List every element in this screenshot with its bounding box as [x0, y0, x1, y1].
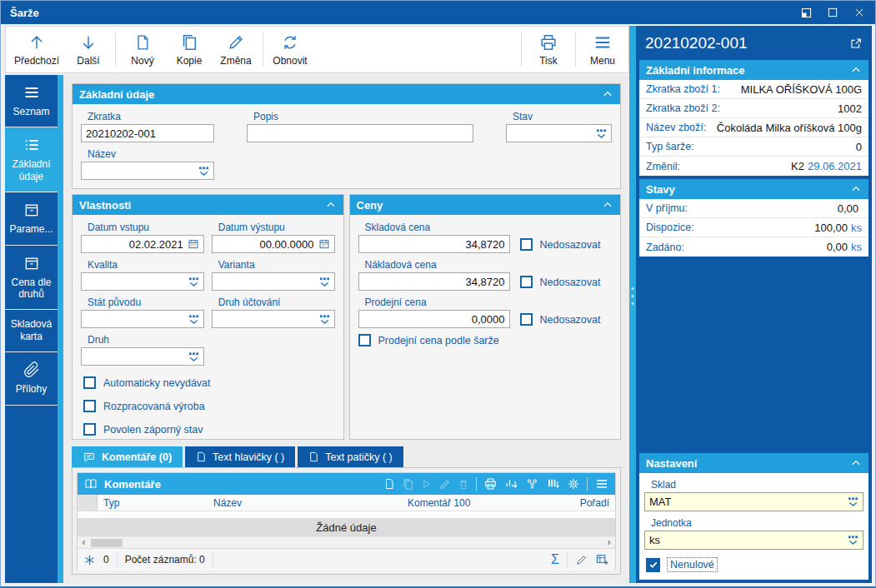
- scroll-left-icon[interactable]: ‹: [78, 537, 90, 548]
- sidebar-item-parametry[interactable]: Parame...: [5, 192, 58, 245]
- dock-window-icon[interactable]: [795, 4, 817, 21]
- next-button[interactable]: Další: [65, 28, 112, 71]
- open-record-icon[interactable]: [421, 478, 432, 490]
- splitter-handle[interactable]: [632, 287, 634, 305]
- sidebar-accent-strip: [58, 75, 63, 583]
- edit-button[interactable]: Změna: [213, 28, 259, 71]
- section-title: Ceny: [357, 199, 383, 212]
- checkbox-nenulove[interactable]: Nenulové: [646, 557, 863, 572]
- new-record-icon[interactable]: [383, 477, 395, 491]
- dropdown-icon[interactable]: [596, 128, 607, 139]
- open-external-icon[interactable]: [849, 37, 863, 50]
- zkratka-input[interactable]: 20210202-001: [81, 124, 214, 142]
- popis-input[interactable]: [247, 124, 473, 142]
- sidebar-item-cena-dle-druhu[interactable]: Cena dle druhů: [5, 246, 58, 311]
- dropdown-icon[interactable]: [188, 351, 199, 362]
- table-menu-icon[interactable]: [594, 477, 609, 491]
- chevron-up-icon[interactable]: [602, 199, 613, 211]
- checkbox-rozpracovana-vyroba[interactable]: Rozpracovaná výroba: [83, 400, 335, 412]
- checkbox-box[interactable]: [83, 376, 96, 389]
- tab-text-paticky[interactable]: Text patičky ( ): [298, 446, 403, 467]
- dropdown-icon[interactable]: [319, 277, 330, 287]
- delete-record-icon[interactable]: [458, 478, 469, 491]
- settings-gear-icon[interactable]: [567, 477, 580, 491]
- calendar-icon[interactable]: [188, 238, 199, 250]
- checkbox-prodejni-cena-podle-sarze[interactable]: Prodejní cena podle šarže: [358, 334, 613, 346]
- close-icon[interactable]: [848, 4, 870, 21]
- kvalita-input[interactable]: [81, 272, 204, 291]
- sidebar-item-zakladni-udaje[interactable]: Základní údaje: [5, 127, 58, 192]
- scrollbar-thumb[interactable]: [91, 539, 123, 547]
- menu-button[interactable]: Menu: [579, 28, 626, 71]
- chevron-up-icon[interactable]: [850, 183, 862, 195]
- nakladova-cena-input[interactable]: 34,8720: [358, 272, 510, 291]
- chevron-up-icon[interactable]: [602, 88, 613, 100]
- checkbox-box[interactable]: [520, 276, 533, 288]
- column-header-typ[interactable]: Typ: [98, 497, 208, 509]
- edit-record-icon[interactable]: [438, 478, 451, 491]
- checkbox-povolen-zaporny-stav[interactable]: Povolen záporný stav: [83, 423, 335, 436]
- right-panel-filler: [636, 260, 872, 453]
- checkbox-nedosazovat-nakladova[interactable]: Nedosazovat: [520, 276, 601, 288]
- previous-button[interactable]: Předchozí: [8, 28, 65, 71]
- tab-text-hlavicky[interactable]: Text hlavičky ( ): [185, 446, 295, 467]
- maximize-icon[interactable]: [822, 4, 843, 21]
- print-button[interactable]: Tisk: [525, 28, 572, 71]
- sidebar-item-seznam[interactable]: Seznam: [5, 75, 58, 127]
- druh-input[interactable]: [81, 347, 204, 366]
- checkbox-box[interactable]: [520, 313, 533, 326]
- copy-button[interactable]: Kopie: [166, 28, 213, 71]
- checkbox-box[interactable]: [83, 423, 96, 436]
- edit-pencil-icon[interactable]: [575, 554, 588, 566]
- horizontal-scrollbar[interactable]: ‹ ›: [78, 536, 615, 548]
- dropdown-icon[interactable]: [188, 277, 199, 287]
- scroll-right-icon[interactable]: ›: [603, 537, 615, 548]
- checkbox-nedosazovat-prodejni[interactable]: Nedosazovat: [520, 313, 601, 326]
- checkbox-box[interactable]: [520, 238, 533, 251]
- datum-vystupu-label: Datum výstupu: [218, 222, 335, 233]
- checkbox-box[interactable]: [358, 334, 371, 346]
- checkbox-box[interactable]: [646, 558, 660, 572]
- right-panel: 20210202-001 Základní informace Zkratka …: [636, 26, 872, 583]
- stav-input[interactable]: [506, 124, 612, 142]
- jednotka-input[interactable]: ks: [644, 531, 863, 550]
- sidebar-item-prilohy[interactable]: Přílohy: [5, 352, 58, 405]
- dropdown-icon[interactable]: [188, 314, 199, 325]
- checkbox-automaticky-nevydavat[interactable]: Automaticky nevydávat: [83, 376, 335, 389]
- chevron-up-icon[interactable]: [850, 64, 862, 76]
- columns-export-icon[interactable]: [546, 477, 560, 491]
- prodejni-cena-input[interactable]: 0,0000: [358, 310, 510, 328]
- add-table-icon[interactable]: [595, 553, 609, 566]
- tab-komentare[interactable]: Komentáře (0): [72, 446, 183, 467]
- sklad-input[interactable]: MAT: [644, 492, 863, 511]
- datum-vystupu-input[interactable]: 00.00.0000: [212, 235, 335, 253]
- dropdown-icon[interactable]: [848, 496, 858, 507]
- asterisk-icon[interactable]: [83, 554, 96, 566]
- chevron-up-icon[interactable]: [850, 457, 862, 469]
- dropdown-icon[interactable]: [319, 314, 330, 325]
- chevron-up-icon[interactable]: [325, 199, 337, 211]
- chart-export-icon[interactable]: [504, 477, 518, 491]
- sidebar-item-skladova-karta[interactable]: Skladová karta: [5, 310, 58, 352]
- column-header-poradi[interactable]: Pořadí: [563, 497, 615, 509]
- column-header-komentar[interactable]: Komentář 100: [402, 497, 563, 509]
- refresh-button[interactable]: Obnovit: [267, 28, 313, 71]
- calendar-icon[interactable]: [318, 238, 330, 250]
- nazev-input[interactable]: [81, 162, 214, 180]
- druh-uctovani-input[interactable]: [212, 310, 335, 328]
- checkbox-nedosazovat-skladova[interactable]: Nedosazovat: [520, 238, 601, 251]
- panel-splitter[interactable]: [629, 26, 636, 583]
- stat-puvodu-input[interactable]: [81, 310, 204, 328]
- print-table-icon[interactable]: [483, 477, 498, 491]
- datum-vstupu-input[interactable]: 02.02.2021: [81, 235, 204, 253]
- cluster-export-icon[interactable]: [525, 477, 539, 491]
- skladova-cena-input[interactable]: 34,8720: [358, 235, 510, 253]
- varianta-input[interactable]: [212, 272, 335, 291]
- copy-record-icon[interactable]: [402, 478, 414, 491]
- dropdown-icon[interactable]: [198, 166, 209, 177]
- new-button[interactable]: Nový: [119, 28, 166, 71]
- sum-sigma-icon[interactable]: Σ: [551, 553, 559, 566]
- dropdown-icon[interactable]: [848, 535, 858, 546]
- column-header-nazev[interactable]: Název: [208, 497, 402, 509]
- checkbox-box[interactable]: [83, 400, 96, 412]
